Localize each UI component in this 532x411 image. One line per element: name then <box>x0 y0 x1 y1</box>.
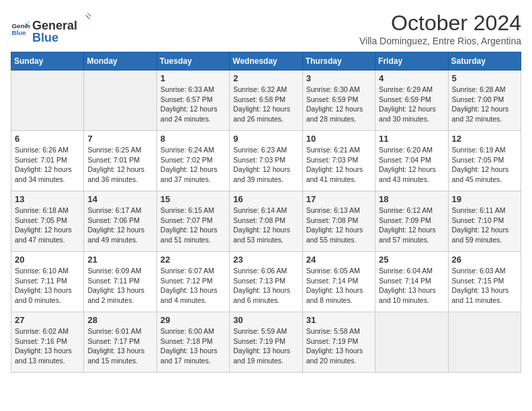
calendar-week-row: 1Sunrise: 6:33 AM Sunset: 6:57 PM Daylig… <box>11 71 521 131</box>
day-info: Sunrise: 6:28 AM Sunset: 7:00 PM Dayligh… <box>452 85 517 124</box>
day-info: Sunrise: 6:00 AM Sunset: 7:18 PM Dayligh… <box>161 326 226 366</box>
calendar-day-cell: 1Sunrise: 6:33 AM Sunset: 6:57 PM Daylig… <box>157 71 229 131</box>
day-number: 28 <box>87 315 152 325</box>
calendar-day-cell <box>11 71 84 131</box>
day-info: Sunrise: 6:33 AM Sunset: 6:57 PM Dayligh… <box>161 85 226 124</box>
calendar-day-cell: 6Sunrise: 6:26 AM Sunset: 7:01 PM Daylig… <box>11 131 84 191</box>
calendar-header-row: SundayMondayTuesdayWednesdayThursdayFrid… <box>11 52 521 71</box>
calendar-day-cell: 21Sunrise: 6:09 AM Sunset: 7:11 PM Dayli… <box>84 252 157 312</box>
logo-icon: General Blue <box>11 18 30 37</box>
calendar-day-cell: 20Sunrise: 6:10 AM Sunset: 7:11 PM Dayli… <box>11 252 84 312</box>
day-number: 23 <box>233 255 298 265</box>
day-number: 31 <box>306 315 371 325</box>
calendar-day-cell: 27Sunrise: 6:02 AM Sunset: 7:16 PM Dayli… <box>11 312 84 373</box>
day-number: 11 <box>379 134 444 144</box>
day-info: Sunrise: 6:14 AM Sunset: 7:08 PM Dayligh… <box>233 205 298 245</box>
day-info: Sunrise: 5:59 AM Sunset: 7:19 PM Dayligh… <box>233 326 298 366</box>
day-info: Sunrise: 6:20 AM Sunset: 7:04 PM Dayligh… <box>379 145 444 185</box>
day-info: Sunrise: 6:11 AM Sunset: 7:10 PM Dayligh… <box>452 205 517 245</box>
location-subtitle: Villa Dominguez, Entre Rios, Argentina <box>359 36 521 46</box>
day-info: Sunrise: 6:05 AM Sunset: 7:14 PM Dayligh… <box>306 266 371 306</box>
calendar-day-cell: 5Sunrise: 6:28 AM Sunset: 7:00 PM Daylig… <box>448 71 521 131</box>
day-info: Sunrise: 6:18 AM Sunset: 7:05 PM Dayligh… <box>15 205 80 245</box>
calendar-week-row: 20Sunrise: 6:10 AM Sunset: 7:11 PM Dayli… <box>11 252 521 312</box>
weekday-header: Tuesday <box>157 52 229 71</box>
calendar-day-cell: 24Sunrise: 6:05 AM Sunset: 7:14 PM Dayli… <box>302 252 375 312</box>
day-info: Sunrise: 6:24 AM Sunset: 7:02 PM Dayligh… <box>161 145 226 185</box>
day-info: Sunrise: 6:23 AM Sunset: 7:03 PM Dayligh… <box>233 145 298 185</box>
day-info: Sunrise: 6:26 AM Sunset: 7:01 PM Dayligh… <box>15 145 80 185</box>
logo-blue-bird <box>78 11 91 30</box>
logo-general-text: General <box>32 19 77 32</box>
weekday-header: Sunday <box>11 52 84 71</box>
calendar-day-cell: 18Sunrise: 6:12 AM Sunset: 7:09 PM Dayli… <box>375 191 448 252</box>
calendar-day-cell: 4Sunrise: 6:29 AM Sunset: 6:59 PM Daylig… <box>375 71 448 131</box>
calendar-day-cell: 13Sunrise: 6:18 AM Sunset: 7:05 PM Dayli… <box>11 191 84 252</box>
day-info: Sunrise: 6:01 AM Sunset: 7:17 PM Dayligh… <box>87 326 152 366</box>
day-info: Sunrise: 6:25 AM Sunset: 7:01 PM Dayligh… <box>87 145 152 185</box>
day-number: 24 <box>306 255 371 265</box>
calendar-day-cell: 14Sunrise: 6:17 AM Sunset: 7:06 PM Dayli… <box>84 191 157 252</box>
day-number: 16 <box>233 194 298 204</box>
day-number: 8 <box>161 134 226 144</box>
day-number: 30 <box>233 315 298 325</box>
day-info: Sunrise: 6:32 AM Sunset: 6:58 PM Dayligh… <box>233 85 298 124</box>
day-info: Sunrise: 6:29 AM Sunset: 6:59 PM Dayligh… <box>379 85 444 124</box>
day-info: Sunrise: 6:17 AM Sunset: 7:06 PM Dayligh… <box>87 205 152 245</box>
calendar-day-cell: 28Sunrise: 6:01 AM Sunset: 7:17 PM Dayli… <box>84 312 157 373</box>
day-number: 10 <box>306 134 371 144</box>
day-info: Sunrise: 6:02 AM Sunset: 7:16 PM Dayligh… <box>15 326 80 366</box>
logo: General Blue General Blue <box>11 11 92 44</box>
calendar-day-cell <box>375 312 448 373</box>
day-number: 3 <box>306 73 371 83</box>
title-block: October 2024 Villa Dominguez, Entre Rios… <box>359 11 521 46</box>
day-info: Sunrise: 6:06 AM Sunset: 7:13 PM Dayligh… <box>233 266 298 306</box>
calendar-day-cell: 16Sunrise: 6:14 AM Sunset: 7:08 PM Dayli… <box>230 191 302 252</box>
day-number: 2 <box>233 73 298 83</box>
day-number: 7 <box>87 134 152 144</box>
day-number: 25 <box>379 255 444 265</box>
calendar-week-row: 27Sunrise: 6:02 AM Sunset: 7:16 PM Dayli… <box>11 312 521 373</box>
day-number: 17 <box>306 194 371 204</box>
calendar-week-row: 13Sunrise: 6:18 AM Sunset: 7:05 PM Dayli… <box>11 191 521 252</box>
day-info: Sunrise: 6:30 AM Sunset: 6:59 PM Dayligh… <box>306 85 371 124</box>
day-number: 26 <box>452 255 517 265</box>
day-number: 21 <box>87 255 152 265</box>
day-info: Sunrise: 6:10 AM Sunset: 7:11 PM Dayligh… <box>15 266 80 306</box>
day-info: Sunrise: 6:15 AM Sunset: 7:07 PM Dayligh… <box>161 205 226 245</box>
day-info: Sunrise: 6:07 AM Sunset: 7:12 PM Dayligh… <box>161 266 226 306</box>
calendar-day-cell: 9Sunrise: 6:23 AM Sunset: 7:03 PM Daylig… <box>230 131 302 191</box>
calendar-day-cell: 29Sunrise: 6:00 AM Sunset: 7:18 PM Dayli… <box>157 312 229 373</box>
day-info: Sunrise: 6:12 AM Sunset: 7:09 PM Dayligh… <box>379 205 444 245</box>
calendar-day-cell: 26Sunrise: 6:03 AM Sunset: 7:15 PM Dayli… <box>448 252 521 312</box>
day-number: 13 <box>15 194 80 204</box>
calendar-day-cell <box>84 71 157 131</box>
calendar-day-cell: 15Sunrise: 6:15 AM Sunset: 7:07 PM Dayli… <box>157 191 229 252</box>
day-number: 4 <box>379 73 444 83</box>
svg-marker-4 <box>85 13 91 20</box>
calendar-day-cell <box>448 312 521 373</box>
logo-blue-text: Blue <box>32 31 58 44</box>
day-info: Sunrise: 6:03 AM Sunset: 7:15 PM Dayligh… <box>452 266 517 306</box>
day-number: 12 <box>452 134 517 144</box>
calendar-day-cell: 8Sunrise: 6:24 AM Sunset: 7:02 PM Daylig… <box>157 131 229 191</box>
day-number: 1 <box>161 73 226 83</box>
calendar-day-cell: 30Sunrise: 5:59 AM Sunset: 7:19 PM Dayli… <box>230 312 302 373</box>
day-number: 22 <box>161 255 226 265</box>
day-number: 6 <box>15 134 80 144</box>
calendar-day-cell: 31Sunrise: 5:58 AM Sunset: 7:19 PM Dayli… <box>302 312 375 373</box>
weekday-header: Monday <box>84 52 157 71</box>
weekday-header: Wednesday <box>230 52 302 71</box>
calendar-day-cell: 25Sunrise: 6:04 AM Sunset: 7:14 PM Dayli… <box>375 252 448 312</box>
day-info: Sunrise: 6:09 AM Sunset: 7:11 PM Dayligh… <box>87 266 152 306</box>
day-info: Sunrise: 6:13 AM Sunset: 7:08 PM Dayligh… <box>306 205 371 245</box>
calendar-day-cell: 22Sunrise: 6:07 AM Sunset: 7:12 PM Dayli… <box>157 252 229 312</box>
month-year-title: October 2024 <box>359 11 521 36</box>
calendar-day-cell: 7Sunrise: 6:25 AM Sunset: 7:01 PM Daylig… <box>84 131 157 191</box>
weekday-header: Friday <box>375 52 448 71</box>
calendar-day-cell: 19Sunrise: 6:11 AM Sunset: 7:10 PM Dayli… <box>448 191 521 252</box>
calendar-table: SundayMondayTuesdayWednesdayThursdayFrid… <box>11 52 521 373</box>
day-number: 29 <box>161 315 226 325</box>
day-number: 18 <box>379 194 444 204</box>
calendar-day-cell: 17Sunrise: 6:13 AM Sunset: 7:08 PM Dayli… <box>302 191 375 252</box>
